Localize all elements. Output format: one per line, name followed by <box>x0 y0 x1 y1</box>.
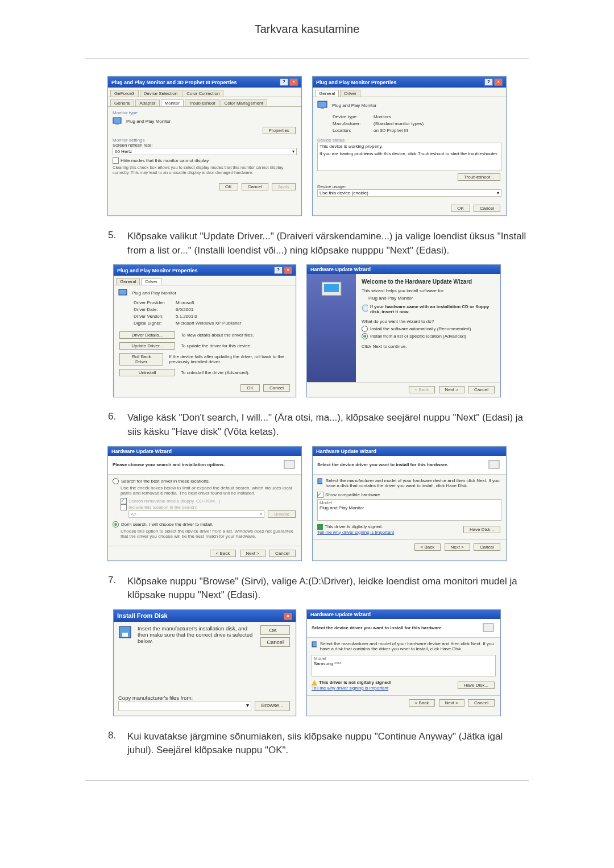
cancel-button[interactable]: Cancel <box>468 699 495 707</box>
help-icon[interactable]: ? <box>280 78 288 86</box>
opt-dont-search-label: Don't search. I will choose the driver t… <box>121 521 213 526</box>
uninstall-button[interactable]: Uninstall <box>119 369 175 376</box>
tab-monitor[interactable]: Monitor <box>161 99 184 106</box>
tab-color-mgmt[interactable]: Color Management <box>221 99 267 106</box>
close-icon[interactable]: × <box>494 78 503 86</box>
svg-rect-11 <box>318 479 322 484</box>
chevron-down-icon: ▾ <box>497 190 499 196</box>
cd-text: If your hardware came with an installati… <box>370 304 495 314</box>
close-icon[interactable]: × <box>289 78 298 86</box>
tab-device-selection[interactable]: Device Selection <box>140 90 182 97</box>
opt-search[interactable] <box>113 478 119 484</box>
section-monitor-type: Monitor type <box>113 110 297 115</box>
manu-value: (Standard monitor types) <box>373 121 424 127</box>
dlg-monitor-props-general: Plug and Play Monitor Properties ?× Gene… <box>312 76 507 216</box>
troubleshoot-button[interactable]: Troubleshoot... <box>458 173 500 181</box>
cancel-button[interactable]: Cancel <box>468 386 495 393</box>
back-button: < Back <box>409 386 435 393</box>
device-status-label: Device status <box>317 138 501 143</box>
prov-value: Microsoft <box>175 300 242 306</box>
step-text: Kui kuvatakse järgmine sõnumiaken, siis … <box>127 730 529 758</box>
svg-rect-4 <box>119 289 127 295</box>
device-name: Plug and Play Monitor <box>332 103 376 108</box>
close-icon[interactable]: × <box>284 613 292 620</box>
chk-compatible[interactable] <box>317 492 323 498</box>
title-buttons: ?× <box>279 78 298 86</box>
close-icon[interactable]: × <box>284 267 292 274</box>
select-instruction: Select the manufacturer and model of you… <box>326 478 501 488</box>
cancel-button[interactable]: Cancel <box>269 550 296 557</box>
update-driver-button[interactable]: Update Driver... <box>119 342 175 350</box>
cancel-button[interactable]: Cancel <box>263 384 290 392</box>
opt-auto[interactable] <box>362 326 368 332</box>
date-label: Driver Date: <box>133 306 175 313</box>
back-button[interactable]: < Back <box>414 543 441 551</box>
wizard-icon <box>307 274 356 308</box>
cancel-button[interactable]: Cancel <box>260 637 290 647</box>
refresh-select[interactable]: 60 Hertz▾ <box>113 148 297 155</box>
usage-value: Use this device (enable) <box>320 190 368 196</box>
bottom-rule <box>85 780 529 781</box>
help-icon[interactable]: ? <box>484 78 493 86</box>
monitor-icon <box>317 478 322 486</box>
title-text: Install From Disk <box>117 612 168 619</box>
devtype-label: Device type: <box>332 114 373 120</box>
browse-button[interactable]: Browse... <box>255 701 290 711</box>
ok-button[interactable]: OK <box>219 183 238 190</box>
cancel-button[interactable]: Cancel <box>474 543 500 551</box>
apply-button: Apply <box>272 183 296 190</box>
row-3: Hardware Update Wizard Please choose you… <box>85 446 529 561</box>
tab-general[interactable]: General <box>315 90 339 97</box>
title-text: Plug and Play Monitor Properties <box>117 268 198 273</box>
cancel-button[interactable]: Cancel <box>474 205 500 212</box>
ok-button[interactable]: OK <box>260 625 290 635</box>
instruction: Insert the manufacturer's installation d… <box>138 625 255 647</box>
tab-driver[interactable]: Driver <box>141 278 161 285</box>
ok-button[interactable]: OK <box>240 384 260 392</box>
section-monitor-settings: Monitor settings <box>113 138 297 143</box>
tab-general[interactable]: General <box>110 99 134 106</box>
usage-select[interactable]: Use this device (enable)▾ <box>317 189 501 197</box>
svg-rect-6 <box>324 284 339 292</box>
svg-rect-9 <box>284 460 294 468</box>
tab-adapter[interactable]: Adapter <box>135 99 159 106</box>
next-button[interactable]: Next > <box>240 550 265 557</box>
signed-icon <box>317 524 323 530</box>
path-select[interactable]: ▾ <box>118 701 251 711</box>
ok-button[interactable]: OK <box>451 205 470 212</box>
wizard-heading: Select the device driver you want to ins… <box>312 625 443 630</box>
opt-dont-search[interactable] <box>113 521 119 528</box>
properties-button[interactable]: Properties <box>263 127 296 134</box>
wizard-sidebar <box>307 274 356 382</box>
cancel-button[interactable]: Cancel <box>242 183 268 190</box>
loc-label: Location: <box>332 127 373 134</box>
hide-modes-checkbox[interactable] <box>113 157 119 164</box>
tab-geforce3[interactable]: GeForce3 <box>110 90 139 97</box>
tab-color-correction[interactable]: Color Correction <box>182 90 223 97</box>
back-button[interactable]: < Back <box>210 550 237 557</box>
help-icon[interactable]: ? <box>274 267 283 274</box>
opt-auto-label: Install the software automatically (Reco… <box>370 326 471 331</box>
svg-marker-17 <box>312 680 317 686</box>
rollback-button[interactable]: Roll Back Driver <box>119 353 163 366</box>
back-button[interactable]: < Back <box>409 699 435 707</box>
next-button[interactable]: Next > <box>439 386 464 393</box>
hide-modes-label: Hide modes that this monitor cannot disp… <box>121 158 209 163</box>
uninstall-desc: To uninstall the driver (Advanced). <box>181 370 250 375</box>
signing-link[interactable]: Tell me why driver signing is important <box>312 686 388 691</box>
driver-details-button[interactable]: Driver Details... <box>119 331 175 339</box>
tab-troubleshoot[interactable]: Troubleshoot <box>185 99 219 106</box>
tab-driver[interactable]: Driver <box>340 90 360 97</box>
have-disk-button[interactable]: Have Disk... <box>463 526 500 533</box>
prov-label: Driver Provider: <box>133 300 175 306</box>
model-value[interactable]: Plug and Play Monitor <box>320 505 499 510</box>
model-value[interactable]: Samsung **** <box>314 661 493 666</box>
next-button[interactable]: Next > <box>445 543 470 551</box>
opt-list[interactable] <box>362 333 368 339</box>
step-text: Klõpsake nuppu "Browse" (Sirvi), valige … <box>127 575 529 603</box>
signing-link[interactable]: Tell me why driver signing is important <box>317 530 394 535</box>
row-4: Install From Disk× Insert the manufactur… <box>85 609 529 716</box>
next-button[interactable]: Next > <box>439 699 464 707</box>
tab-general[interactable]: General <box>116 278 140 285</box>
have-disk-button[interactable]: Have Disk... <box>458 682 495 689</box>
